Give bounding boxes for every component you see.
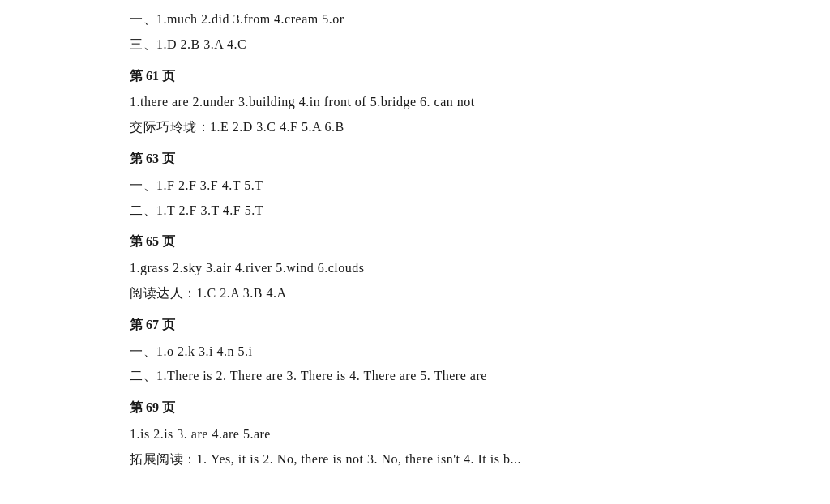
line3: 1.there are 2.under 3.building 4.in fron… [130,91,700,114]
line4: 交际巧玲珑：1.E 2.D 3.C 4.F 5.A 6.B [130,116,700,139]
line9: 一、1.o 2.k 3.i 4.n 5.i [130,340,700,364]
line1: 一、1.much 2.did 3.from 4.cream 5.or [130,8,700,32]
line12: 拓展阅读：1. Yes, it is 2. No, there is not 3… [130,448,700,472]
line7: 1.grass 2.sky 3.air 4.river 5.wind 6.clo… [130,257,700,280]
page65-header: 第 65 页 [130,230,700,254]
page69-header: 第 69 页 [130,396,700,420]
line6: 二、1.T 2.F 3.T 4.F 5.T [130,199,700,223]
line8: 阅读达人：1.C 2.A 3.B 4.A [130,282,700,305]
page67-header: 第 67 页 [130,314,700,337]
page-content: 一、1.much 2.did 3.from 4.cream 5.or 三、1.D… [130,8,700,472]
line2: 三、1.D 2.B 3.A 4.C [130,33,700,57]
page61-header: 第 61 页 [130,65,700,88]
page63-header: 第 63 页 [130,147,700,171]
line11: 1.is 2.is 3. are 4.are 5.are [130,423,700,446]
line5: 一、1.F 2.F 3.F 4.T 5.T [130,174,700,198]
line10: 二、1.There is 2. There are 3. There is 4.… [130,365,700,388]
